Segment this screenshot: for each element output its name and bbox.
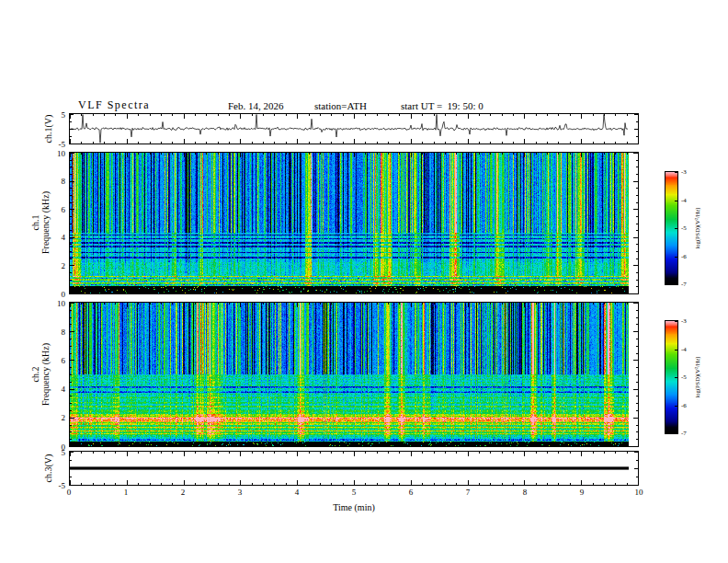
ch2-spec-ytick-label: 4: [62, 385, 66, 394]
vlf-spectra-figure: VLF Spectra Feb. 14, 2026 station=ATH st…: [0, 0, 728, 563]
colorbar1-label: log(PSD)(V²/Hz): [694, 208, 700, 249]
colorbar-tick-label: -4: [681, 346, 687, 353]
ch2-frequency-axis-label: ch.2 Frequency (kHz): [30, 343, 51, 406]
figure-title: VLF Spectra: [78, 98, 150, 112]
ch1-colorbar: [665, 171, 678, 285]
colorbar-tick-label: -3: [681, 168, 687, 176]
x-tick-label: 0: [67, 488, 72, 497]
ch2-spectrogram-panel: [69, 302, 639, 447]
ch1-spec-ytick-label: 6: [62, 205, 66, 214]
x-tick-label: 3: [238, 488, 243, 497]
colorbar-tick-label: -4: [681, 197, 687, 204]
ch2-spec-ytick-label: 2: [62, 413, 66, 422]
ch1-spec-ytick-label: 2: [62, 261, 66, 270]
ch1-spec-ytick-label: 4: [62, 233, 66, 242]
x-tick-label: 2: [181, 488, 186, 497]
ch3-wave-ytick-label: -5: [59, 481, 66, 490]
ch2-spec-ytick-label: 10: [57, 299, 65, 308]
ch3-wave-ytick-label: 5: [62, 448, 66, 457]
x-tick-label: 1: [124, 488, 129, 497]
x-tick-label: 6: [409, 488, 414, 497]
ch1-spec-ytick-label: 8: [62, 177, 66, 186]
header-date: Feb. 14, 2026: [228, 100, 284, 111]
ch1-spec-ytick-label: 10: [57, 149, 65, 158]
ch2-frequency-axis-line1: ch.2: [30, 343, 40, 406]
ch3-voltage-axis-text: ch.3(V): [43, 454, 53, 483]
time-axis-label: Time (min): [333, 502, 374, 512]
colorbar2-label: log(PSD)(V²/Hz): [694, 357, 700, 398]
ch2-spec-ytick-label: 8: [62, 327, 66, 337]
colorbar-tick-label: -7: [681, 281, 687, 288]
x-tick-label: 7: [466, 488, 471, 497]
x-tick-label: 5: [352, 488, 357, 497]
colorbar-tick-label: -3: [681, 317, 687, 325]
colorbar-tick-label: -6: [681, 253, 687, 260]
ch2-spec-ytick-label: 6: [62, 356, 66, 365]
ch1-voltage-axis-label: ch.1(V): [43, 115, 53, 144]
x-tick-label: 9: [580, 488, 585, 497]
x-tick-label: 8: [523, 488, 528, 497]
ch2-colorbar: [665, 320, 678, 434]
ch1-frequency-axis-line2: Frequency (kHz): [40, 191, 51, 254]
ch3-voltage-axis-label: ch.3(V): [43, 454, 53, 483]
x-tick-label: 10: [635, 488, 643, 497]
ch3-waveform-panel: [69, 451, 639, 486]
ch1-frequency-axis-label: ch.1 Frequency (kHz): [30, 191, 51, 254]
ch1-wave-ytick-label: 5: [62, 110, 66, 120]
ch1-frequency-axis-line1: ch.1: [30, 191, 40, 254]
header-start-ut: start UT = 19: 50: 0: [401, 100, 483, 111]
ch2-frequency-axis-line2: Frequency (kHz): [40, 343, 51, 406]
colorbar-tick-label: -7: [681, 430, 687, 437]
ch1-wave-ytick-label: -5: [59, 140, 66, 149]
ch1-waveform-panel: [69, 113, 639, 144]
colorbar-tick-label: -5: [681, 373, 687, 381]
colorbar-tick-label: -5: [681, 224, 687, 232]
x-tick-label: 4: [295, 488, 300, 497]
ch1-spectrogram-panel: [69, 152, 639, 294]
header-station: station=ATH: [314, 100, 367, 111]
ch1-spec-ytick-label: 0: [62, 290, 66, 299]
colorbar-tick-label: -6: [681, 402, 687, 409]
ch1-voltage-axis-text: ch.1(V): [43, 115, 53, 144]
